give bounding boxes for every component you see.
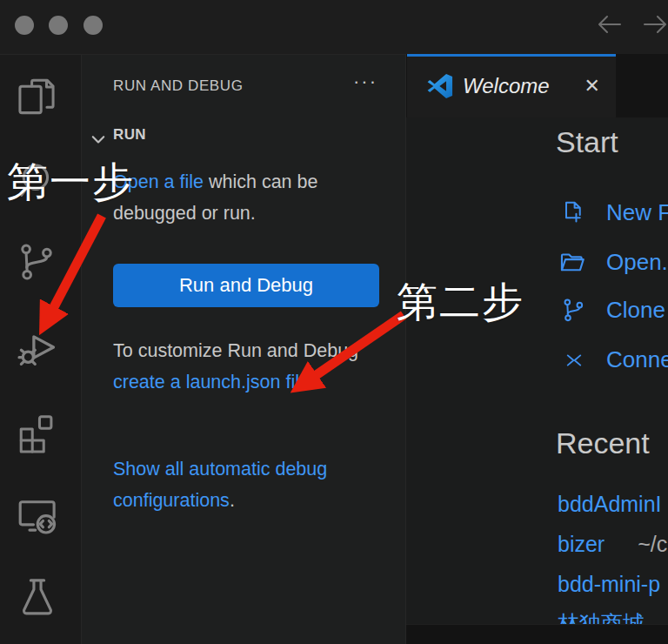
- editor-area: Welcome ✕ Start New File... Open...: [405, 54, 668, 644]
- minimize-window-button[interactable]: [49, 16, 68, 35]
- recent-item[interactable]: bddAdminI: [558, 492, 662, 517]
- customize-paragraph: To customize Run and Debug create a laun…: [113, 335, 381, 398]
- recent-heading: Recent: [556, 426, 650, 460]
- run-and-debug-icon[interactable]: [14, 323, 59, 368]
- show-all-configurations-link[interactable]: Show all automatic debug configurations: [113, 459, 327, 511]
- recent-item[interactable]: bizer~/c: [558, 532, 667, 557]
- run-and-debug-panel: RUN AND DEBUG ··· RUN Open a file which …: [82, 54, 405, 644]
- start-item-clone[interactable]: Clone Git Repository...: [559, 296, 668, 324]
- tab-close-icon[interactable]: ✕: [584, 75, 600, 97]
- nav-forward-button[interactable]: [642, 11, 668, 41]
- start-item-label: Open...: [606, 249, 668, 276]
- start-item-label: Connect to...: [606, 346, 668, 373]
- explorer-icon[interactable]: [14, 74, 59, 119]
- source-control-icon[interactable]: [14, 239, 59, 285]
- editor-bottom-strip: [406, 624, 668, 644]
- close-window-button[interactable]: [15, 16, 34, 35]
- step1-annotation: 第一步: [7, 155, 135, 210]
- tab-label: Welcome: [463, 74, 550, 98]
- tab-bar: Welcome ✕: [406, 54, 668, 117]
- customize-period: .: [310, 372, 315, 392]
- recent-item-name[interactable]: bizer: [558, 532, 605, 556]
- run-section-header[interactable]: RUN: [113, 126, 146, 144]
- panel-title: RUN AND DEBUG: [113, 77, 244, 95]
- extensions-icon[interactable]: [14, 410, 59, 455]
- more-actions-icon[interactable]: ···: [353, 70, 377, 93]
- create-launch-json-link[interactable]: create a launch.json file: [113, 372, 310, 392]
- start-item-label: New File...: [606, 199, 668, 226]
- start-heading: Start: [556, 125, 618, 159]
- connect-remote-icon: [561, 347, 587, 373]
- testing-icon[interactable]: [14, 574, 59, 619]
- vscode-logo-icon: [426, 72, 454, 104]
- nav-back-button[interactable]: [595, 11, 623, 41]
- start-item-label: Clone Git Repository...: [606, 297, 668, 324]
- start-item-connect[interactable]: Connect to...: [561, 346, 668, 373]
- show-all-period: .: [230, 490, 235, 511]
- remote-explorer-icon[interactable]: [14, 492, 59, 537]
- run-and-debug-button[interactable]: Run and Debug: [113, 264, 379, 307]
- activity-bar: [0, 54, 82, 644]
- open-file-paragraph: Open a file which can be debugged or run…: [113, 166, 381, 229]
- clone-repo-icon: [559, 296, 587, 324]
- open-folder-icon: [558, 247, 587, 277]
- start-item-new-file[interactable]: New File...: [559, 198, 668, 226]
- start-item-open[interactable]: Open...: [558, 247, 668, 277]
- recent-item[interactable]: bdd-mini-p: [558, 572, 660, 597]
- customize-text: To customize Run and Debug: [113, 340, 358, 361]
- show-all-paragraph: Show all automatic debug configurations.: [113, 453, 381, 516]
- title-bar: [0, 0, 668, 54]
- tab-welcome[interactable]: Welcome ✕: [407, 54, 616, 117]
- recent-item-name[interactable]: bddAdminI: [558, 492, 662, 516]
- vscode-window: RUN AND DEBUG ··· RUN Open a file which …: [0, 0, 668, 644]
- recent-item-path: ~/c: [638, 532, 667, 556]
- new-file-icon: [559, 198, 587, 226]
- step2-annotation: 第二步: [397, 275, 524, 330]
- maximize-window-button[interactable]: [84, 16, 103, 35]
- recent-item-name[interactable]: bdd-mini-p: [558, 572, 660, 596]
- chevron-down-icon[interactable]: [89, 130, 108, 152]
